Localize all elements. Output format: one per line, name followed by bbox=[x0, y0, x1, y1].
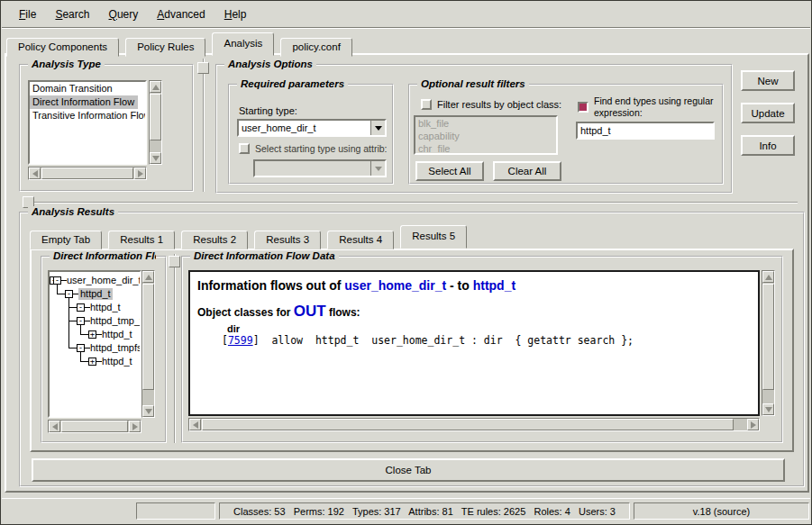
scroll-thumb[interactable] bbox=[762, 284, 774, 390]
tree-expand-toggle[interactable]: - bbox=[65, 290, 73, 298]
results-tabbar: Empty Tab Results 1 Results 2 Results 3 … bbox=[30, 226, 470, 249]
list-item-selected[interactable]: Direct Information Flow bbox=[30, 95, 138, 109]
dropdown-button[interactable] bbox=[370, 121, 385, 135]
scroll-up-button[interactable] bbox=[142, 271, 154, 283]
menu-query[interactable]: Query bbox=[101, 7, 147, 22]
statusbar: Classes: 53 Perms: 192 Types: 317 Attrib… bbox=[2, 498, 810, 523]
tree-node[interactable]: -- user_home_dir_t bbox=[50, 274, 140, 287]
scroll-left-button[interactable] bbox=[29, 167, 41, 179]
scroll-thumb[interactable] bbox=[142, 284, 154, 390]
scroll-thumb[interactable] bbox=[202, 419, 734, 430]
menu-search[interactable]: Search bbox=[47, 7, 97, 22]
menu-help[interactable]: Help bbox=[216, 7, 255, 22]
list-item[interactable]: Transitive Information Flow bbox=[30, 109, 145, 122]
menu-advanced[interactable]: Advanced bbox=[149, 7, 213, 22]
flow-direction: OUT bbox=[294, 303, 326, 320]
scroll-right-button[interactable] bbox=[134, 167, 146, 179]
flow-tree[interactable]: -- user_home_dir_t - httpd_t - bbox=[48, 270, 141, 418]
scroll-thumb[interactable] bbox=[41, 167, 133, 179]
tree-expand-toggle[interactable]: + bbox=[88, 358, 96, 366]
tab-results-4[interactable]: Results 4 bbox=[327, 231, 394, 249]
right-arrow-icon bbox=[751, 421, 756, 429]
scroll-up-button[interactable] bbox=[150, 81, 161, 93]
tab-results-1[interactable]: Results 1 bbox=[108, 231, 175, 249]
sash-handle[interactable] bbox=[169, 256, 180, 267]
select-all-button[interactable]: Select All bbox=[415, 161, 484, 181]
tree-node[interactable]: - httpd_t bbox=[50, 301, 140, 314]
left-arrow-icon bbox=[193, 421, 198, 429]
tab-results-3[interactable]: Results 3 bbox=[254, 231, 321, 249]
tree-node[interactable]: - httpd_tmp_t bbox=[50, 314, 140, 328]
analysis-results-title: Analysis Results bbox=[28, 206, 118, 217]
regex-input[interactable] bbox=[576, 122, 715, 140]
horizontal-scrollbar[interactable] bbox=[188, 418, 760, 431]
down-arrow-icon bbox=[145, 409, 152, 414]
scroll-down-button[interactable] bbox=[142, 405, 154, 417]
attrib-checkbox[interactable] bbox=[239, 143, 250, 154]
scroll-right-button[interactable] bbox=[129, 421, 141, 432]
horizontal-scrollbar[interactable] bbox=[28, 167, 147, 180]
source-type: user_home_dir_t bbox=[344, 278, 446, 293]
filter-by-class-checkbox[interactable] bbox=[421, 99, 432, 110]
tree-node[interactable]: + httpd_t bbox=[50, 328, 140, 341]
tree-expand-toggle[interactable]: - bbox=[77, 317, 85, 325]
policy-stats: Classes: 53 Perms: 192 Types: 317 Attrib… bbox=[233, 506, 616, 517]
right-arrow-icon bbox=[138, 170, 143, 177]
update-button[interactable]: Update bbox=[741, 103, 795, 123]
starting-type-combobox[interactable]: user_home_dir_t bbox=[237, 119, 387, 137]
info-button[interactable]: Info bbox=[741, 135, 795, 156]
scroll-left-button[interactable] bbox=[189, 419, 201, 430]
tab-results-2[interactable]: Results 2 bbox=[181, 231, 248, 249]
horizontal-scrollbar[interactable] bbox=[48, 420, 141, 433]
tab-analysis[interactable]: Analysis bbox=[212, 32, 274, 56]
scroll-thumb[interactable] bbox=[61, 421, 128, 432]
tree-expand-toggle[interactable]: - bbox=[77, 303, 85, 312]
sash-handle[interactable] bbox=[197, 62, 209, 74]
vertical-scrollbar[interactable] bbox=[762, 270, 775, 416]
clear-all-button[interactable]: Clear All bbox=[493, 161, 561, 181]
object-class-item: chr_file bbox=[415, 142, 556, 155]
tab-policy-rules[interactable]: Policy Rules bbox=[125, 38, 205, 57]
scroll-down-button[interactable] bbox=[150, 152, 161, 164]
scroll-thumb[interactable] bbox=[150, 94, 161, 140]
analysis-type-group: Analysis Type Domain Transition Direct I… bbox=[19, 64, 194, 192]
down-arrow-icon bbox=[765, 407, 772, 412]
results-text[interactable]: Information flows out of user_home_dir_t… bbox=[188, 270, 760, 416]
tab-policy-conf[interactable]: policy.conf bbox=[280, 38, 351, 57]
flow-tree-title: Direct Information Flow T bbox=[50, 250, 156, 261]
tab-results-5[interactable]: Results 5 bbox=[400, 225, 467, 249]
tree-expand-toggle[interactable]: - bbox=[77, 344, 85, 352]
tab-empty-tab[interactable]: Empty Tab bbox=[30, 231, 102, 249]
starting-type-label: Starting type: bbox=[239, 105, 297, 116]
analysis-options-title: Analysis Options bbox=[224, 59, 316, 69]
list-item[interactable]: Domain Transition bbox=[30, 82, 145, 95]
object-classes-line: Object classes for OUT flows: bbox=[197, 303, 751, 321]
tree-expand-toggle[interactable]: + bbox=[88, 330, 96, 339]
results-page: Direct Information Flow T -- user_home_d… bbox=[30, 249, 794, 452]
vertical-scrollbar[interactable] bbox=[141, 270, 155, 418]
flow-tree-group: Direct Information Flow T -- user_home_d… bbox=[41, 256, 167, 443]
down-arrow-icon bbox=[152, 156, 160, 161]
vertical-scrollbar[interactable] bbox=[149, 80, 162, 165]
regex-checkbox[interactable] bbox=[578, 102, 588, 113]
scroll-left-button[interactable] bbox=[49, 421, 60, 432]
pane-divider bbox=[30, 202, 798, 204]
flow-data-group: Direct Information Flow Data Information… bbox=[181, 256, 783, 443]
tab-policy-components[interactable]: Policy Components bbox=[6, 38, 119, 57]
menu-file[interactable]: File bbox=[11, 7, 44, 22]
tree-expand-toggle[interactable]: - bbox=[53, 276, 61, 285]
left-arrow-icon bbox=[32, 170, 38, 177]
scroll-up-button[interactable] bbox=[762, 271, 774, 283]
close-tab-button[interactable]: Close Tab bbox=[32, 458, 785, 482]
up-arrow-icon bbox=[145, 275, 152, 280]
regex-label-line1: Find end types using regular bbox=[594, 95, 714, 106]
tree-node[interactable]: - httpd_t bbox=[50, 287, 140, 301]
tree-node[interactable]: + httpd_t bbox=[50, 355, 140, 368]
analysis-type-list[interactable]: Domain Transition Direct Information Flo… bbox=[28, 80, 147, 165]
rule-number-link[interactable]: 7599 bbox=[228, 334, 253, 347]
scroll-right-button[interactable] bbox=[747, 419, 759, 430]
new-button[interactable]: New bbox=[741, 70, 795, 91]
status-stats-panel: Classes: 53 Perms: 192 Types: 317 Attrib… bbox=[219, 502, 630, 520]
scroll-down-button[interactable] bbox=[762, 403, 774, 415]
tree-node[interactable]: - httpd_tmpfs_ bbox=[50, 341, 140, 355]
